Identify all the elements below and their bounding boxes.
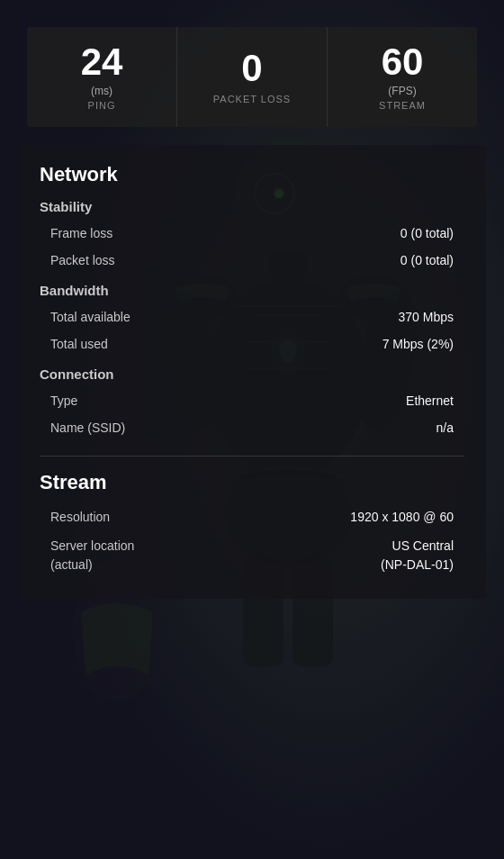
stats-bar: 24 (ms) PING 0 PACKET LOSS 60 (FPS) STRE… bbox=[27, 27, 477, 127]
packet-loss-row-value: 0 (0 total) bbox=[400, 253, 454, 267]
connection-subtitle: Connection bbox=[40, 366, 464, 382]
section-divider bbox=[40, 456, 464, 457]
total-used-label: Total used bbox=[50, 337, 108, 351]
main-panel: Network Stability Frame loss 0 (0 total)… bbox=[18, 145, 486, 599]
packet-loss-row-label: Packet loss bbox=[50, 253, 115, 267]
packet-loss-stat: 0 PACKET LOSS bbox=[177, 27, 328, 127]
connection-type-row: Type Ethernet bbox=[40, 387, 464, 414]
fps-stat: 60 (FPS) STREAM bbox=[328, 27, 477, 127]
server-location-label: Server location (actual) bbox=[50, 537, 134, 574]
ping-stat: 24 (ms) PING bbox=[27, 27, 177, 127]
frame-loss-label: Frame loss bbox=[50, 226, 112, 240]
ping-label: PING bbox=[88, 100, 116, 111]
ping-value: 24 bbox=[81, 43, 123, 81]
fps-unit: (FPS) bbox=[388, 85, 416, 97]
resolution-row: Resolution 1920 x 1080 @ 60 bbox=[40, 503, 464, 530]
frame-loss-value: 0 (0 total) bbox=[400, 226, 454, 240]
bandwidth-subtitle: Bandwidth bbox=[40, 283, 464, 298]
network-section: Network Stability Frame loss 0 (0 total)… bbox=[40, 163, 464, 441]
server-location-value: US Central (NP-DAL-01) bbox=[381, 537, 454, 574]
frame-loss-row: Frame loss 0 (0 total) bbox=[40, 220, 464, 247]
total-available-label: Total available bbox=[50, 310, 130, 324]
stability-subtitle: Stability bbox=[40, 199, 464, 214]
total-used-row: Total used 7 Mbps (2%) bbox=[40, 330, 464, 357]
ssid-row: Name (SSID) n/a bbox=[40, 414, 464, 441]
total-used-value: 7 Mbps (2%) bbox=[382, 337, 454, 351]
resolution-value: 1920 x 1080 @ 60 bbox=[350, 510, 454, 524]
ping-unit: (ms) bbox=[91, 85, 112, 97]
connection-type-value: Ethernet bbox=[406, 393, 454, 408]
packet-loss-value: 0 bbox=[241, 50, 262, 87]
network-title: Network bbox=[40, 163, 464, 186]
server-location-row: Server location (actual) US Central (NP-… bbox=[40, 530, 464, 581]
fps-label: STREAM bbox=[379, 100, 426, 111]
stream-section: Stream Resolution 1920 x 1080 @ 60 Serve… bbox=[40, 471, 464, 581]
ssid-value: n/a bbox=[436, 420, 454, 435]
total-available-row: Total available 370 Mbps bbox=[40, 303, 464, 330]
resolution-label: Resolution bbox=[50, 510, 110, 524]
connection-type-label: Type bbox=[50, 393, 77, 408]
packet-loss-label: PACKET LOSS bbox=[213, 94, 291, 104]
packet-loss-row: Packet loss 0 (0 total) bbox=[40, 247, 464, 274]
fps-value: 60 bbox=[382, 43, 424, 81]
ssid-label: Name (SSID) bbox=[50, 420, 125, 435]
stream-title: Stream bbox=[40, 471, 464, 494]
total-available-value: 370 Mbps bbox=[399, 310, 454, 324]
